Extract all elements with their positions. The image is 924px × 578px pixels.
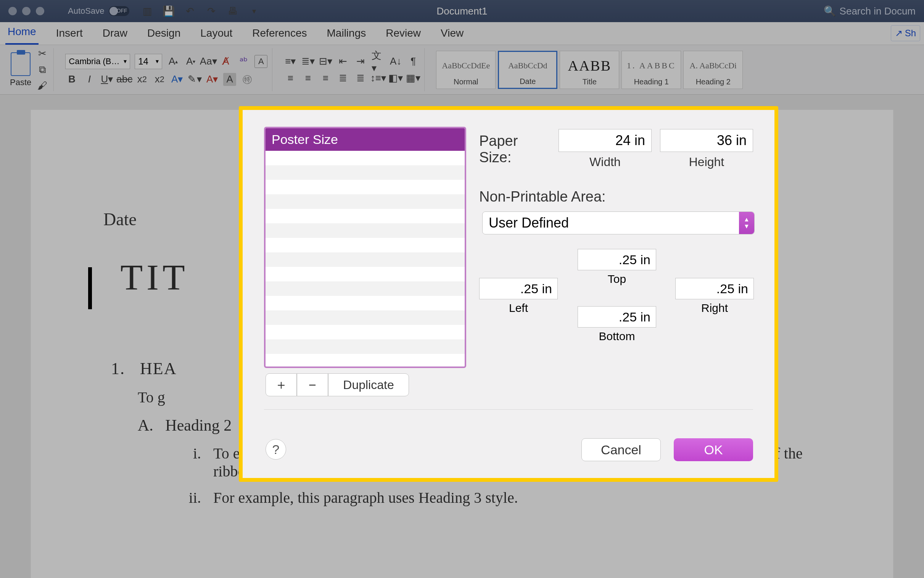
paper-size-list[interactable]: Poster Size [264,127,466,368]
list-item[interactable] [265,325,464,339]
margin-top-input[interactable] [578,249,656,270]
npa-select-value: User Defined [489,215,569,231]
non-printable-area-label: Non-Printable Area: [479,188,606,205]
cancel-button[interactable]: Cancel [581,438,661,461]
width-label: Width [589,155,621,169]
duplicate-button[interactable]: Duplicate [328,373,409,396]
list-item[interactable] [265,252,464,267]
list-item[interactable] [265,310,464,325]
margin-left-label: Left [509,302,528,315]
list-item[interactable] [265,238,464,252]
width-input[interactable] [558,129,652,152]
minus-icon: − [309,378,316,393]
height-input[interactable] [660,129,753,152]
size-list-buttons: ＋ − Duplicate [265,373,409,396]
list-item[interactable] [265,180,464,194]
add-size-button[interactable]: ＋ [265,373,297,396]
remove-size-button[interactable]: − [297,373,328,396]
margin-bottom-label: Bottom [599,330,635,343]
paper-size-label: Paper Size: [479,133,550,166]
list-item[interactable] [265,165,464,180]
divider [264,409,753,410]
margin-left-input[interactable] [479,278,558,299]
non-printable-area-select[interactable]: User Defined ▲▼ [482,211,755,234]
paper-size-dialog: Poster Size ＋ − Duplicate [239,106,778,482]
margin-right-label: Right [701,302,728,315]
stepper-icon: ▲▼ [739,212,754,234]
margin-right-input[interactable] [675,278,754,299]
list-item[interactable] [265,209,464,223]
size-list-header[interactable]: Poster Size [265,128,464,151]
list-item[interactable] [265,151,464,165]
list-item[interactable] [265,281,464,296]
margin-bottom-input[interactable] [578,306,656,328]
list-item[interactable] [265,267,464,281]
list-item[interactable] [265,194,464,209]
margin-top-label: Top [608,273,626,286]
list-item[interactable] [265,223,464,238]
help-button[interactable]: ? [265,439,286,459]
ok-button[interactable]: OK [674,438,753,461]
height-label: Height [689,155,725,169]
list-item[interactable] [265,339,464,354]
plus-icon: ＋ [275,376,288,394]
list-item[interactable] [265,296,464,310]
